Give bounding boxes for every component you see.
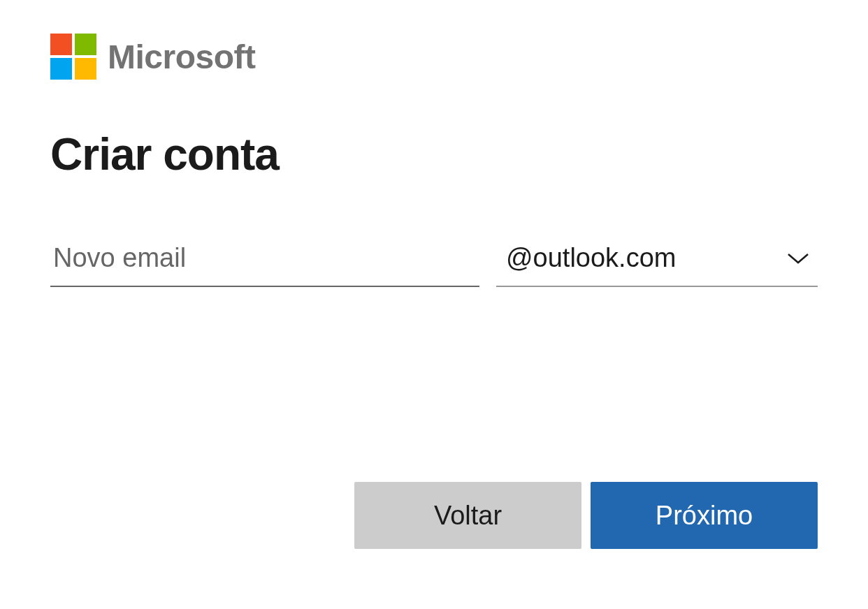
brand-name: Microsoft — [108, 38, 256, 76]
chevron-down-icon — [787, 252, 809, 265]
domain-selected-label: @outlook.com — [506, 243, 676, 273]
email-domain-select[interactable]: @outlook.com — [496, 236, 818, 287]
brand-header: Microsoft — [50, 34, 818, 80]
action-buttons: Voltar Próximo — [354, 482, 818, 549]
back-button[interactable]: Voltar — [354, 482, 581, 549]
microsoft-logo-icon — [50, 34, 96, 80]
page-title: Criar conta — [50, 129, 818, 180]
new-email-input[interactable] — [50, 236, 479, 287]
next-button[interactable]: Próximo — [591, 482, 818, 549]
email-input-row: @outlook.com — [50, 236, 818, 287]
